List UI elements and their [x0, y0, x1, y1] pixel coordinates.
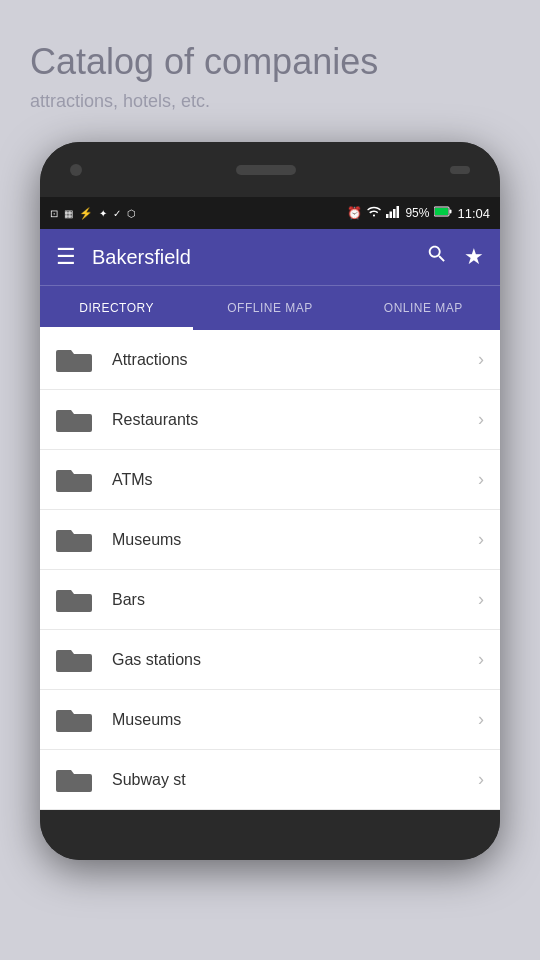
folder-icon	[56, 466, 92, 494]
item-label: ATMs	[112, 471, 478, 489]
tab-online-map[interactable]: ONLINE MAP	[347, 286, 500, 330]
status-icon-calendar2: ▦	[64, 208, 73, 219]
svg-rect-2	[393, 209, 396, 218]
star-icon[interactable]: ★	[464, 244, 484, 270]
tab-offline-map[interactable]: OFFLINE MAP	[193, 286, 346, 330]
chevron-right-icon: ›	[478, 349, 484, 370]
battery-percent: 95%	[405, 206, 429, 220]
app-bar: ☰ Bakersfield ★	[40, 229, 500, 285]
folder-icon	[56, 406, 92, 434]
menu-icon[interactable]: ☰	[56, 244, 76, 270]
list-item[interactable]: Gas stations ›	[40, 630, 500, 690]
svg-rect-5	[450, 210, 452, 214]
folder-icon	[56, 646, 92, 674]
speaker-grill	[236, 165, 296, 175]
directory-list: Attractions › Restaurants › ATMs ›	[40, 330, 500, 810]
list-item[interactable]: Subway st ›	[40, 750, 500, 810]
phone-frame: ⊡ ▦ ⚡ ✦ ✓ ⬡ ⏰ 95%	[40, 142, 500, 860]
svg-rect-0	[386, 214, 389, 218]
status-left-icons: ⊡ ▦ ⚡ ✦ ✓ ⬡	[50, 207, 136, 220]
status-right-info: ⏰ 95%	[347, 206, 490, 221]
tabs-bar: DIRECTORY OFFLINE MAP ONLINE MAP	[40, 285, 500, 330]
item-label: Bars	[112, 591, 478, 609]
item-label: Attractions	[112, 351, 478, 369]
chevron-right-icon: ›	[478, 709, 484, 730]
chevron-right-icon: ›	[478, 649, 484, 670]
chevron-right-icon: ›	[478, 469, 484, 490]
wifi-icon	[367, 206, 381, 221]
chevron-right-icon: ›	[478, 589, 484, 610]
time-display: 11:04	[457, 206, 490, 221]
status-icon-signal2: ✦	[99, 208, 107, 219]
svg-rect-1	[390, 211, 393, 218]
search-icon[interactable]	[426, 243, 448, 271]
item-label: Gas stations	[112, 651, 478, 669]
list-item[interactable]: Museums ›	[40, 690, 500, 750]
phone-top-bezel	[40, 142, 500, 197]
status-icon-usb: ⚡	[79, 207, 93, 220]
list-item[interactable]: Museums ›	[40, 510, 500, 570]
camera-dot	[70, 164, 82, 176]
sensor	[450, 166, 470, 174]
item-label: Restaurants	[112, 411, 478, 429]
catalog-title: Catalog of companies	[30, 40, 510, 83]
list-item[interactable]: ATMs ›	[40, 450, 500, 510]
background-area: Catalog of companies attractions, hotels…	[0, 0, 540, 132]
app-bar-title: Bakersfield	[92, 246, 410, 269]
list-item[interactable]: Bars ›	[40, 570, 500, 630]
status-icon-android: ⬡	[127, 208, 136, 219]
item-label: Museums	[112, 531, 478, 549]
svg-rect-6	[435, 208, 448, 215]
alarm-icon: ⏰	[347, 206, 362, 220]
status-icon-calendar: ⊡	[50, 208, 58, 219]
folder-icon	[56, 706, 92, 734]
chevron-right-icon: ›	[478, 769, 484, 790]
list-item[interactable]: Attractions ›	[40, 330, 500, 390]
battery-icon	[434, 206, 452, 220]
folder-icon	[56, 346, 92, 374]
folder-icon	[56, 766, 92, 794]
signal-bars-icon	[386, 206, 400, 221]
chevron-right-icon: ›	[478, 529, 484, 550]
folder-icon	[56, 526, 92, 554]
list-item[interactable]: Restaurants ›	[40, 390, 500, 450]
chevron-right-icon: ›	[478, 409, 484, 430]
folder-icon	[56, 586, 92, 614]
item-label: Subway st	[112, 771, 478, 789]
status-bar: ⊡ ▦ ⚡ ✦ ✓ ⬡ ⏰ 95%	[40, 197, 500, 229]
tab-directory[interactable]: DIRECTORY	[40, 286, 193, 330]
catalog-subtitle: attractions, hotels, etc.	[30, 91, 510, 112]
phone-bottom-bezel	[40, 810, 500, 860]
item-label: Museums	[112, 711, 478, 729]
status-icon-check: ✓	[113, 208, 121, 219]
svg-rect-3	[397, 206, 400, 218]
